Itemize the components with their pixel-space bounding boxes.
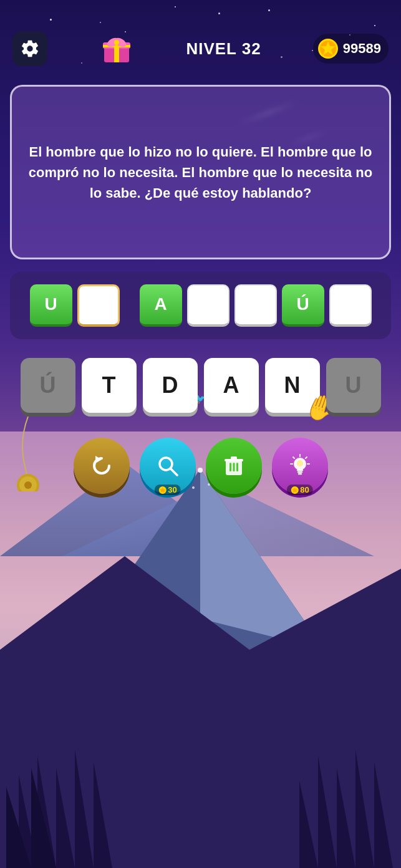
answer-area: U A Ú (10, 272, 391, 339)
svg-rect-42 (229, 463, 231, 471)
answer-tile-2-2[interactable] (187, 284, 229, 327)
svg-point-27 (114, 40, 119, 45)
letter-btn-d[interactable]: D (143, 358, 198, 413)
bulb-icon (288, 454, 312, 478)
coin-count: 99589 (343, 41, 381, 57)
svg-marker-34 (95, 456, 102, 463)
coins-display: 99589 (313, 34, 389, 64)
header: NIVEL 32 99589 (0, 0, 401, 72)
svg-line-36 (170, 468, 177, 475)
settings-button[interactable] (12, 31, 47, 66)
hint-button[interactable]: 80 (272, 438, 328, 494)
gift-button[interactable] (99, 31, 134, 66)
svg-rect-24 (103, 45, 130, 47)
letter-btn-u[interactable]: U (326, 358, 381, 413)
level-title: NIVEL 32 (186, 39, 261, 58)
riddle-text: El hombre que lo hizo no lo quiere. El h… (27, 142, 374, 203)
answer-tile-1-1[interactable]: U (30, 284, 72, 327)
clear-button[interactable] (206, 438, 262, 494)
answer-tile-2-5[interactable] (329, 284, 372, 327)
gear-icon (20, 39, 40, 59)
answer-tile-2-3[interactable] (234, 284, 277, 327)
bottom-toolbar: 30 (0, 438, 401, 494)
trash-icon (222, 454, 246, 478)
search-icon (155, 453, 180, 478)
svg-rect-41 (231, 456, 237, 460)
svg-line-50 (293, 457, 294, 458)
letter-btn-a[interactable]: A (204, 358, 259, 413)
bulb-cost: 80 (286, 485, 312, 495)
svg-point-46 (297, 460, 303, 466)
letter-btn-u-accent[interactable]: Ú (21, 358, 75, 413)
level-display: NIVEL 32 (186, 39, 261, 59)
yoyo-decoration (6, 417, 50, 494)
coin-icon (317, 37, 339, 60)
answer-tile-1-2[interactable] (77, 284, 120, 327)
riddle-card: El hombre que lo hizo no lo quiere. El h… (10, 85, 391, 259)
svg-point-33 (24, 481, 32, 489)
svg-rect-43 (233, 463, 234, 471)
search-hint-button[interactable]: 30 (140, 438, 196, 494)
answer-tile-2-4[interactable]: Ú (282, 284, 324, 327)
svg-rect-44 (236, 463, 238, 471)
search-cost: 30 (154, 485, 180, 495)
main-content: NIVEL 32 99589 El hombre que lo hizo no … (0, 0, 401, 868)
letter-buttons-row: Ú T D A N 🤚 U (10, 358, 391, 413)
letter-btn-n[interactable]: N 🤚 (265, 358, 320, 413)
undo-button[interactable] (74, 438, 130, 494)
answer-tile-2-1[interactable]: A (140, 284, 182, 327)
gift-icon (99, 31, 134, 66)
svg-line-48 (306, 457, 307, 458)
letter-btn-t[interactable]: T (82, 358, 137, 413)
undo-icon (89, 453, 114, 478)
